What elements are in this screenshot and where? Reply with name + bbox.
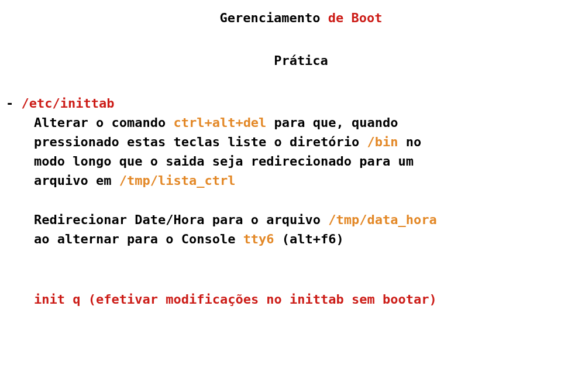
command: init q [34, 292, 80, 307]
paragraph-1-line-3: modo longo que o saida seja redirecionad… [34, 152, 555, 171]
text: para que, quando [266, 115, 398, 130]
path: /tmp/data_hora [328, 212, 436, 227]
text: pressionado estas teclas liste o diretór… [34, 135, 367, 149]
tty: tty6 [243, 232, 274, 246]
paragraph-1-line-4: arquivo em /tmp/lista_ctrl [34, 171, 555, 190]
text: arquivo em [34, 173, 119, 188]
bullet-path: /etc/inittab [22, 96, 115, 111]
path: /tmp/lista_ctrl [119, 173, 236, 188]
text: Alterar o comando [34, 115, 173, 130]
footer-command: init q (efetivar modificações no inittab… [34, 290, 555, 309]
paragraph-2-line-1: Redirecionar Date/Hora para o arquivo /t… [34, 210, 555, 229]
paragraph-1-line-2: pressionado estas teclas liste o diretór… [34, 132, 555, 152]
paragraph-2-line-2: ao alternar para o Console tty6 (alt+f6) [34, 229, 555, 249]
title-part3: Boot [352, 11, 383, 25]
page-title: Gerenciamento de Boot [47, 8, 555, 27]
keystroke: ctrl+alt+del [173, 115, 266, 130]
text: ao alternar para o Console [34, 232, 243, 246]
subtitle: Prática [47, 51, 555, 70]
path: /bin [367, 135, 398, 149]
title-part2: de [328, 11, 352, 25]
text: Redirecionar Date/Hora para o arquivo [34, 212, 328, 227]
command-note: (efetivar modificações no inittab sem bo… [80, 292, 436, 307]
bullet-item: - /etc/inittab [6, 94, 555, 113]
text: modo longo que o saida seja redirecionad… [34, 154, 414, 169]
text: no [398, 135, 422, 149]
text: (alt+f6) [274, 232, 344, 246]
title-part1: Gerenciamento [219, 11, 328, 25]
bullet-dash: - [6, 96, 22, 111]
paragraph-1-line-1: Alterar o comando ctrl+alt+del para que,… [34, 113, 555, 132]
